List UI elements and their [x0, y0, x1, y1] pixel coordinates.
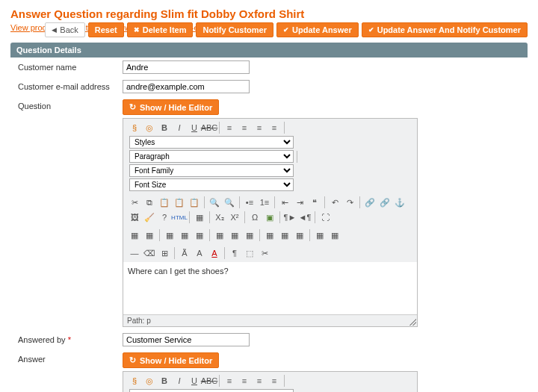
delete-button[interactable]: ✖Delete Item: [127, 22, 194, 37]
notify-button[interactable]: Notify Customer: [196, 22, 273, 37]
unlink-icon[interactable]: 🔗: [378, 196, 392, 209]
replace-icon[interactable]: 🔍: [223, 196, 236, 209]
strike-icon[interactable]: ABC: [202, 374, 216, 388]
update-notify-button[interactable]: ✔Update Answer And Notify Customer: [362, 22, 528, 37]
hr-icon[interactable]: —: [128, 246, 141, 260]
nbsp-icon[interactable]: ⬚: [243, 246, 256, 260]
fullscreen-icon[interactable]: ⛶: [318, 211, 332, 224]
clean-icon[interactable]: 🧹: [143, 211, 156, 224]
strike-icon[interactable]: ABC: [202, 121, 216, 134]
tbl9-icon[interactable]: ▦: [263, 228, 276, 242]
color-bg-icon[interactable]: A: [193, 246, 206, 260]
question-form: Customer name Customer e-mail address Qu…: [10, 57, 528, 392]
customer-name-input[interactable]: [123, 60, 250, 74]
answered-by-label: Answered by: [18, 333, 123, 344]
tbl3-icon[interactable]: ▦: [163, 228, 176, 242]
question-body[interactable]: Where can I get the shoes?: [123, 262, 417, 314]
refresh-icon: ↻: [129, 355, 136, 365]
tbl6-icon[interactable]: ▦: [213, 228, 226, 242]
update-button[interactable]: ✔Update Answer: [276, 22, 359, 37]
question-label: Question: [18, 99, 123, 111]
undo-icon[interactable]: ↶: [328, 196, 341, 209]
cut-icon[interactable]: ✂: [128, 196, 141, 209]
quote-icon[interactable]: ❝: [308, 196, 321, 209]
tbl1-icon[interactable]: ▦: [128, 228, 141, 242]
color-fg-icon[interactable]: A: [208, 246, 221, 260]
check-icon: ✔: [368, 26, 374, 34]
tbl7-icon[interactable]: ▦: [228, 228, 241, 242]
resize-handle-icon[interactable]: [409, 318, 416, 326]
align-right-icon[interactable]: ≡: [253, 121, 266, 134]
align-justify-icon[interactable]: ≡: [268, 121, 281, 134]
underline-icon[interactable]: U: [188, 374, 201, 388]
tbl4-icon[interactable]: ▦: [178, 228, 191, 242]
indent-icon[interactable]: ⇥: [293, 196, 306, 209]
tbl5-icon[interactable]: ▦: [193, 228, 206, 242]
customer-email-input[interactable]: [123, 80, 250, 93]
align-left-icon[interactable]: ≡: [223, 374, 236, 388]
section-header: Question Details: [10, 43, 528, 57]
sup-icon[interactable]: X²: [228, 211, 241, 224]
font-family-select[interactable]: Font Family: [129, 164, 294, 177]
copy-icon[interactable]: ⧉: [143, 196, 156, 209]
ol-icon[interactable]: 1≡: [258, 196, 271, 209]
question-toggle-editor-button[interactable]: ↻Show / Hide Editor: [123, 99, 219, 115]
remove-format-icon[interactable]: ⌫: [143, 246, 156, 260]
tbl8-icon[interactable]: ▦: [243, 228, 256, 242]
tbl11-icon[interactable]: ▦: [293, 228, 306, 242]
align-left-icon[interactable]: ≡: [223, 121, 236, 134]
ltr-icon[interactable]: ¶►: [283, 211, 297, 224]
anchor-icon[interactable]: ⚓: [393, 196, 406, 209]
back-icon: ◀: [52, 26, 57, 34]
update-label: Update Answer: [292, 25, 352, 34]
paragraph-select[interactable]: Paragraph: [129, 150, 294, 163]
customer-name-label: Customer name: [18, 60, 123, 72]
answered-by-input[interactable]: [123, 333, 250, 346]
align-center-icon[interactable]: ≡: [238, 121, 251, 134]
tbl10-icon[interactable]: ▦: [278, 228, 291, 242]
abbr2-icon[interactable]: Ã: [178, 246, 191, 260]
answer-toggle-editor-button[interactable]: ↻Show / Hide Editor: [123, 352, 219, 368]
link-icon[interactable]: §: [128, 121, 141, 134]
tbl12-icon[interactable]: ▦: [313, 228, 327, 242]
italic-icon[interactable]: I: [173, 374, 186, 388]
underline-icon[interactable]: U: [188, 121, 201, 134]
styles-select[interactable]: Styles: [129, 389, 294, 392]
widget-icon[interactable]: ◎: [143, 121, 156, 134]
italic-icon[interactable]: I: [173, 121, 186, 134]
find-icon[interactable]: 🔍: [208, 196, 221, 209]
paste-text-icon[interactable]: 📋: [173, 196, 186, 209]
refresh-icon: ↻: [129, 102, 136, 112]
back-button[interactable]: ◀Back: [45, 22, 84, 37]
rtl-icon[interactable]: ◄¶: [298, 211, 312, 224]
outdent-icon[interactable]: ⇤: [278, 196, 291, 209]
widget-icon[interactable]: ◎: [143, 374, 156, 388]
ul-icon[interactable]: •≡: [243, 196, 256, 209]
bold-icon[interactable]: B: [158, 374, 171, 388]
paste-icon[interactable]: 📋: [158, 196, 171, 209]
code-icon[interactable]: HTML: [173, 211, 186, 224]
paste-word-icon[interactable]: 📋: [188, 196, 201, 209]
media-icon[interactable]: ▣: [263, 211, 276, 224]
char-icon[interactable]: Ω: [248, 211, 262, 224]
styles-select[interactable]: Styles: [129, 136, 294, 149]
tbl2-icon[interactable]: ▦: [143, 228, 156, 242]
image-icon[interactable]: 🖼: [128, 211, 141, 224]
link-icon[interactable]: §: [128, 374, 141, 388]
pilcrow-icon[interactable]: ¶: [228, 246, 241, 260]
redo-icon[interactable]: ↷: [343, 196, 356, 209]
align-right-icon[interactable]: ≡: [253, 374, 266, 388]
tbl13-icon[interactable]: ▦: [328, 228, 341, 242]
insert-link-icon[interactable]: 🔗: [363, 196, 377, 209]
bold-icon[interactable]: B: [158, 121, 171, 134]
reset-button[interactable]: Reset: [88, 22, 124, 37]
table-icon[interactable]: ▦: [193, 211, 206, 224]
font-size-select[interactable]: Font Size: [129, 178, 294, 191]
help-icon[interactable]: ?: [158, 211, 171, 224]
align-justify-icon[interactable]: ≡: [268, 374, 281, 388]
vis-icon[interactable]: ⊞: [158, 246, 171, 260]
align-center-icon[interactable]: ≡: [238, 374, 251, 388]
sub-icon[interactable]: X₂: [213, 211, 226, 224]
pagebreak-icon[interactable]: ✂: [258, 246, 271, 260]
delete-icon: ✖: [134, 26, 140, 34]
